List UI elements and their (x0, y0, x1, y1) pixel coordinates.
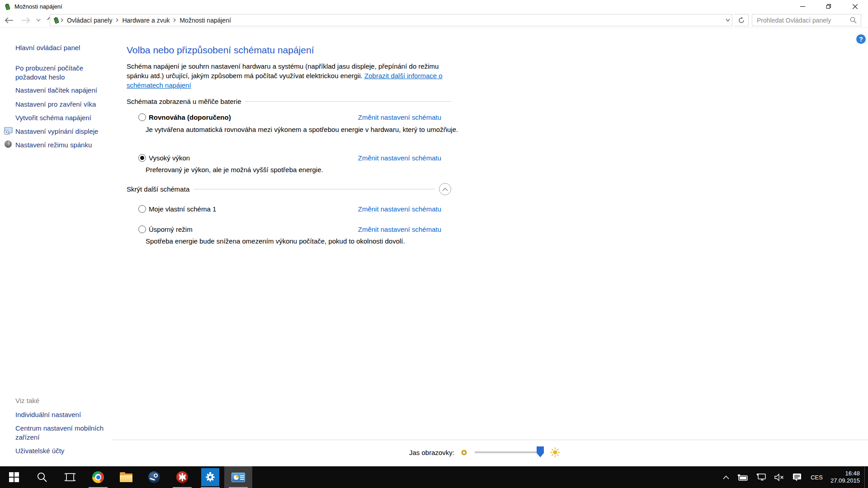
tray-battery-button[interactable] (733, 466, 752, 488)
clock-date: 27.09.2015 (830, 477, 860, 484)
radio-custom-plan[interactable] (138, 205, 146, 213)
breadcrumb-power-options[interactable]: Možnosti napájení (177, 17, 234, 24)
brightness-control: Jas obrazovky: (409, 446, 560, 459)
action-center-button[interactable] (788, 466, 806, 488)
sidebar-item-wake-password[interactable]: Po probuzení počítače požadovat heslo (15, 64, 106, 82)
section-hide-additional-plans: Skrýt další schémata (127, 183, 451, 195)
chevron-up-icon (442, 188, 448, 191)
change-plan-settings-link[interactable]: Změnit nastavení schématu (358, 113, 441, 121)
taskbar-steam-button[interactable] (140, 466, 168, 488)
taskbar-settings-button[interactable] (196, 466, 224, 488)
section-rule (245, 101, 451, 102)
tray-chevron-up-icon (723, 475, 729, 479)
network-tray-icon (756, 473, 766, 481)
refresh-button[interactable] (734, 14, 749, 26)
tray-overflow-button[interactable] (719, 466, 733, 488)
minimize-icon (800, 4, 805, 9)
taskbar-raptr-button[interactable] (168, 466, 196, 488)
brightness-bright-icon (550, 447, 560, 457)
intro-paragraph: Schéma napájení je souhrn nastavení hard… (127, 61, 445, 90)
sidebar-item-sleep[interactable]: Nastavení režimu spánku (15, 141, 92, 150)
plan-description: Spotřeba energie bude snížena omezením v… (146, 236, 462, 246)
back-arrow-icon (5, 17, 14, 23)
section-label: Schémata zobrazená u měřiče baterie (127, 98, 241, 105)
steam-icon (148, 471, 160, 483)
change-plan-settings-link[interactable]: Změnit nastavení schématu (358, 225, 441, 233)
clock-time: 16:48 (830, 470, 860, 477)
plan-description: Je vytvářena automatická rovnováha mezi … (146, 125, 462, 134)
sidebar-item-label: Nastavení vypínání displeje (15, 127, 98, 135)
plan-name: Rovnováha (doporučeno) (149, 113, 231, 121)
address-bar[interactable]: Ovládací panely Hardware a zvuk Možnosti… (50, 14, 732, 26)
sidebar-item-display-off[interactable]: Nastavení vypínání displeje (15, 127, 98, 136)
sidebar-item-lid-close[interactable]: Nastavení pro zavření víka (15, 100, 96, 109)
address-dropdown-icon[interactable] (726, 19, 730, 22)
change-plan-settings-link[interactable]: Změnit nastavení schématu (358, 154, 441, 162)
refresh-icon (738, 17, 745, 23)
plan-row-high-performance: Vysoký výkon Změnit nastavení schématu (138, 153, 441, 162)
start-button[interactable] (0, 466, 28, 488)
plan-name: Úsporný režim (149, 225, 193, 233)
radio-high-performance[interactable] (138, 154, 146, 162)
taskbar-file-explorer-button[interactable] (112, 466, 140, 488)
section-rule (194, 189, 435, 189)
help-label: ? (859, 36, 863, 43)
raptr-icon (176, 471, 188, 483)
change-plan-settings-link[interactable]: Změnit nastavení schématu (358, 205, 441, 213)
sidebar-item-user-accounts[interactable]: Uživatelské účty (15, 446, 64, 455)
battery-icon (4, 3, 11, 10)
tray-network-button[interactable] (752, 466, 770, 488)
sidebar: Hlavní ovládací panel Po probuzení počít… (15, 0, 117, 466)
sidebar-item-label: Nastavení režimu spánku (15, 141, 92, 149)
task-view-icon (64, 473, 76, 482)
task-view-button[interactable] (56, 466, 84, 488)
collapse-plans-button[interactable] (439, 183, 451, 195)
title-bar: Možnosti napájení (0, 0, 868, 13)
see-also-header: Viz také (15, 397, 39, 404)
sidebar-item-create-plan[interactable]: Vytvořit schéma napájení (15, 113, 91, 122)
restore-button[interactable] (816, 0, 842, 13)
brightness-label: Jas obrazovky: (409, 449, 454, 456)
settings-icon (201, 468, 219, 486)
power-options-window: Možnosti napájení (0, 0, 868, 466)
action-center-icon (793, 473, 802, 482)
radio-power-saver[interactable] (138, 225, 146, 233)
help-button[interactable]: ? (856, 34, 866, 44)
brightness-slider-thumb[interactable] (537, 446, 544, 457)
section-label: Skrýt další schémata (127, 185, 189, 193)
restore-icon (826, 4, 831, 9)
brightness-slider[interactable] (475, 446, 544, 459)
control-panel-icon (231, 473, 245, 482)
close-button[interactable] (842, 0, 868, 13)
plan-name: Moje vlastní schéma 1 (149, 205, 216, 213)
breadcrumb-hardware-sound[interactable]: Hardware a zvuk (119, 17, 172, 24)
sidebar-item-mobility-center[interactable]: Centrum nastavení mobilních zařízení (15, 424, 106, 442)
brightness-slider-track[interactable] (475, 451, 544, 453)
search-input[interactable] (752, 17, 849, 24)
clock[interactable]: 16:48 27.09.2015 (828, 470, 864, 484)
taskbar-control-panel-button[interactable] (224, 466, 252, 488)
sidebar-item-power-buttons[interactable]: Nastavení tlačítek napájení (15, 86, 97, 95)
chrome-icon (92, 471, 104, 483)
brightness-dim-icon (460, 448, 468, 457)
plan-name: Vysoký výkon (149, 154, 190, 162)
sidebar-item-home[interactable]: Hlavní ovládací panel (15, 43, 80, 52)
radio-balanced[interactable] (138, 113, 146, 121)
language-indicator[interactable]: CES (806, 474, 828, 481)
show-desktop-button[interactable] (864, 466, 868, 488)
navigation-bar: Ovládací panely Hardware a zvuk Možnosti… (0, 13, 868, 28)
start-icon (9, 472, 19, 482)
sidebar-item-personalization[interactable]: Individuální nastavení (15, 410, 81, 419)
search-icon[interactable] (849, 17, 861, 23)
tray-volume-button[interactable] (770, 466, 788, 488)
minimize-button[interactable] (789, 0, 816, 13)
taskbar-search-button[interactable] (28, 466, 56, 488)
sleep-sphere-icon (4, 140, 13, 148)
page-title: Volba nebo přizpůsobení schématu napájen… (127, 45, 314, 56)
plan-description: Preferovaný je výkon, ale je možná vyšší… (146, 165, 462, 174)
volume-muted-icon (774, 474, 784, 481)
close-icon (853, 4, 858, 9)
plan-row-power-saver: Úsporný režim Změnit nastavení schématu (138, 225, 441, 234)
taskbar-chrome-button[interactable] (84, 466, 112, 488)
battery-tray-icon (737, 473, 748, 481)
